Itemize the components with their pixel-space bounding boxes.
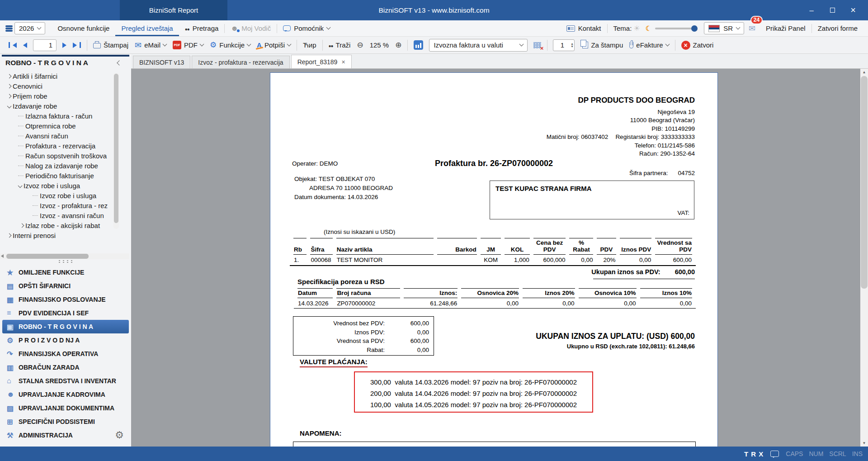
collapse-panel-icon[interactable] xyxy=(117,60,122,65)
document-icon xyxy=(7,309,19,317)
tab-izvoz-profaktura[interactable]: Izvoz - profaktura - rezervacija xyxy=(192,56,289,68)
module-obracun-zarada[interactable]: OBRAČUN ZARADA xyxy=(2,361,129,374)
grand-total-rsd: Ukupno u RSD (exch.rate 102,0811): 61.24… xyxy=(536,343,695,350)
page-number-input[interactable]: 1 xyxy=(33,39,57,51)
next-page-button[interactable] xyxy=(62,43,66,48)
module-stalna-sredstva[interactable]: STALNA SREDSTVA I INVENTAR xyxy=(2,374,129,388)
module-finansijska-operativa[interactable]: FINANSIJSKA OPERATIVA xyxy=(2,347,129,361)
tree-item-artikli[interactable]: Artikli i šifarnici xyxy=(0,71,131,81)
module-robno-trgovina[interactable]: ROBNO - T R G O V I N A xyxy=(2,320,129,333)
menu-pomocnik[interactable]: Pomoćnik xyxy=(277,20,336,36)
functions-button[interactable]: Funkcije xyxy=(210,40,250,50)
tree-item-izvoz-robe-parent[interactable]: Izvoz robe i usluga xyxy=(0,181,131,190)
scroll-down-icon[interactable]: ▼ xyxy=(860,440,868,447)
message-icon[interactable] xyxy=(770,451,779,457)
tree-item-cenovnici[interactable]: Cenovnici xyxy=(0,81,131,91)
tree-item-izvoz-avansni[interactable]: Izvoz - avansni račun xyxy=(0,210,131,220)
tree-item-izlazna-faktura[interactable]: Izlazna faktura - račun xyxy=(0,111,131,121)
module-specificni-podsistemi[interactable]: SPECIFIČNI PODSISTEMI xyxy=(2,415,129,428)
settings-gear-icon[interactable] xyxy=(115,429,124,441)
tree-horizontal-scrollbar[interactable] xyxy=(0,253,129,259)
menu-prikazi-panel[interactable]: Prikaži Panel xyxy=(760,20,811,36)
module-upravljanje-kadrovima[interactable]: UPRAVLJANJE KADROVIMA xyxy=(2,388,129,401)
tree-vertical-scrollbar[interactable] xyxy=(113,73,119,229)
report-type-select[interactable]: Izvozna faktura u valuti xyxy=(429,39,528,52)
scroll-up-icon[interactable]: ▲ xyxy=(860,69,868,76)
module-pdv-evidencija[interactable]: PDV EVIDENCIJA I SEF xyxy=(2,306,129,320)
partner-code: 04752 xyxy=(678,170,695,176)
report-page: DP PRODUCTS DOO BEOGRAD Njegoševa 19 110… xyxy=(270,72,718,447)
tree-item-izvoz-robe[interactable]: Izvoz robe i usluga xyxy=(0,190,131,200)
pdf-button[interactable]: PDF xyxy=(173,41,203,49)
menu-pretraga[interactable]: Pretraga xyxy=(179,20,225,36)
tree-item-izlaz-akcijski[interactable]: Izlaz robe - akcijski rabat xyxy=(0,220,131,230)
language-select[interactable]: SR xyxy=(704,22,744,34)
mail-button[interactable]: 24 xyxy=(744,24,760,33)
tree-item-profaktura[interactable]: Profaktura - rezervacija xyxy=(0,141,131,151)
module-finansijsko-poslovanje[interactable]: FINANSIJSKO POSLOVANJE xyxy=(2,293,129,306)
tree-item-nalog-izdavanje[interactable]: Nalog za izdavanje robe xyxy=(0,161,131,171)
spin-down-icon[interactable]: ▾ xyxy=(571,45,573,48)
separator xyxy=(547,40,547,51)
module-omiljene-funkcije[interactable]: OMILJENE FUNKCIJE xyxy=(2,266,129,279)
sun-icon[interactable] xyxy=(633,24,640,33)
prev-page-button[interactable] xyxy=(23,43,27,48)
menu-kontakt[interactable]: Kontakt xyxy=(561,20,607,36)
module-proizvodnja[interactable]: P R O I Z V O D NJ A xyxy=(2,333,129,347)
summary-value: 600,00 xyxy=(393,337,429,346)
menu-osnovne-funkcije[interactable]: Osnovne funkcije xyxy=(52,20,115,36)
tree-item-periodicno[interactable]: Periodično fakturisanje xyxy=(0,171,131,181)
theme-label: Tema: xyxy=(608,20,634,36)
chart-button[interactable] xyxy=(414,40,423,50)
year-select[interactable]: 2026 xyxy=(14,22,45,34)
summary-label: Vrednost bez PDV: xyxy=(298,319,393,328)
sign-button[interactable]: Potpiši xyxy=(257,41,291,49)
menu-zatvori-forme[interactable]: Zatvori forme xyxy=(812,20,863,36)
cyrillic-toggle-button[interactable]: Ћир xyxy=(303,41,316,49)
tree-item-otpremnica[interactable]: Otpremnica robe xyxy=(0,121,131,131)
clear-grid-button[interactable] xyxy=(533,42,541,48)
search-button[interactable]: Traži xyxy=(329,41,351,49)
scrollbar-thumb[interactable] xyxy=(6,254,89,259)
last-page-button[interactable] xyxy=(73,42,81,48)
scrollbar-thumb[interactable] xyxy=(861,76,868,289)
tree-item-izvoz-profaktura[interactable]: Izvoz - profaktura - rez xyxy=(0,200,131,210)
status-caps: CAPS xyxy=(786,450,803,457)
zoom-out-button[interactable] xyxy=(357,40,363,50)
menu-moj-vodic[interactable]: Moj Vodič xyxy=(225,20,277,36)
close-tab-icon[interactable] xyxy=(341,58,345,66)
slider-knob[interactable] xyxy=(691,25,698,32)
email-button[interactable]: eMail xyxy=(135,40,166,50)
efakture-button[interactable]: eFakture xyxy=(629,41,669,49)
module-upravljanje-dokumentima[interactable]: UPRAVLJANJE DOKUMENTIMA xyxy=(2,401,129,415)
close-report-button[interactable]: Zatvori xyxy=(681,41,714,50)
minimize-button[interactable] xyxy=(801,0,822,20)
maximize-button[interactable] xyxy=(822,0,843,20)
tree-item-avansni-racun[interactable]: Avansni račun xyxy=(0,131,131,141)
sidebar-splitter[interactable] xyxy=(0,259,131,264)
minimize-icon xyxy=(809,6,813,14)
print-button[interactable]: Štampaj xyxy=(93,41,128,49)
scrollbar-thumb[interactable] xyxy=(114,74,118,223)
theme-slider[interactable] xyxy=(655,28,697,29)
copies-stepper[interactable]: 1 ▴▾ xyxy=(553,39,575,51)
module-administracija[interactable]: ADMINISTRACIJA xyxy=(2,428,129,442)
partner-label: Šifra partnera: xyxy=(629,170,668,176)
tree-item-izdavanje-robe[interactable]: Izdavanje robe xyxy=(0,101,131,111)
report-window-tab[interactable]: BizniSoft Report xyxy=(120,0,227,20)
tree-item-prijem-robe[interactable]: Prijem robe xyxy=(0,91,131,101)
scroll-left-icon[interactable] xyxy=(1,254,4,258)
close-button[interactable] xyxy=(843,0,863,20)
tab-report[interactable]: Report_83189 xyxy=(291,55,352,68)
tree-item-interni-prenosi[interactable]: Interni prenosi xyxy=(0,230,131,240)
chat-icon xyxy=(283,25,291,31)
menu-pregled-izvestaja[interactable]: Pregled izveštaja xyxy=(115,20,179,36)
moon-icon[interactable] xyxy=(646,24,651,33)
tab-biznisoft[interactable]: BIZNISOFT v13 xyxy=(133,56,190,68)
module-opsti-sifarnici[interactable]: OPŠTI ŠIFARNICI xyxy=(2,279,129,293)
print-copies-button[interactable]: Za štampu xyxy=(580,41,623,49)
content-vertical-scrollbar[interactable]: ▲ ▼ xyxy=(860,69,868,447)
zoom-in-button[interactable] xyxy=(395,40,401,50)
first-page-button[interactable] xyxy=(9,42,17,48)
tree-item-racun-sopstvenih[interactable]: Račun sopstvenih troškova xyxy=(0,151,131,161)
